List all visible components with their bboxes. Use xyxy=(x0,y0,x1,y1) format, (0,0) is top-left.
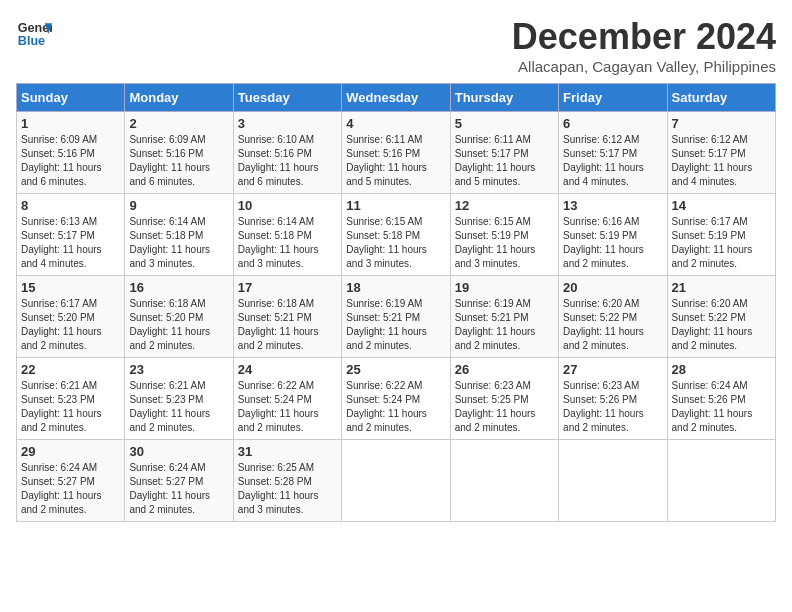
calendar-cell: 4Sunrise: 6:11 AMSunset: 5:16 PMDaylight… xyxy=(342,112,450,194)
day-info: Sunrise: 6:09 AMSunset: 5:16 PMDaylight:… xyxy=(21,133,120,189)
calendar-cell: 28Sunrise: 6:24 AMSunset: 5:26 PMDayligh… xyxy=(667,358,775,440)
day-number: 17 xyxy=(238,280,337,295)
day-number: 1 xyxy=(21,116,120,131)
calendar-cell: 27Sunrise: 6:23 AMSunset: 5:26 PMDayligh… xyxy=(559,358,667,440)
day-number: 4 xyxy=(346,116,445,131)
weekday-header-tuesday: Tuesday xyxy=(233,84,341,112)
day-number: 19 xyxy=(455,280,554,295)
day-number: 23 xyxy=(129,362,228,377)
day-number: 28 xyxy=(672,362,771,377)
day-info: Sunrise: 6:18 AMSunset: 5:20 PMDaylight:… xyxy=(129,297,228,353)
day-info: Sunrise: 6:22 AMSunset: 5:24 PMDaylight:… xyxy=(238,379,337,435)
calendar-cell: 9Sunrise: 6:14 AMSunset: 5:18 PMDaylight… xyxy=(125,194,233,276)
calendar-cell xyxy=(667,440,775,522)
day-info: Sunrise: 6:11 AMSunset: 5:17 PMDaylight:… xyxy=(455,133,554,189)
day-number: 8 xyxy=(21,198,120,213)
calendar-cell: 31Sunrise: 6:25 AMSunset: 5:28 PMDayligh… xyxy=(233,440,341,522)
calendar-week-row: 1Sunrise: 6:09 AMSunset: 5:16 PMDaylight… xyxy=(17,112,776,194)
logo: General Blue xyxy=(16,16,52,52)
day-number: 27 xyxy=(563,362,662,377)
day-info: Sunrise: 6:23 AMSunset: 5:25 PMDaylight:… xyxy=(455,379,554,435)
day-info: Sunrise: 6:12 AMSunset: 5:17 PMDaylight:… xyxy=(672,133,771,189)
day-info: Sunrise: 6:20 AMSunset: 5:22 PMDaylight:… xyxy=(563,297,662,353)
day-info: Sunrise: 6:14 AMSunset: 5:18 PMDaylight:… xyxy=(238,215,337,271)
calendar-cell: 8Sunrise: 6:13 AMSunset: 5:17 PMDaylight… xyxy=(17,194,125,276)
calendar-cell: 6Sunrise: 6:12 AMSunset: 5:17 PMDaylight… xyxy=(559,112,667,194)
day-info: Sunrise: 6:16 AMSunset: 5:19 PMDaylight:… xyxy=(563,215,662,271)
day-number: 31 xyxy=(238,444,337,459)
day-info: Sunrise: 6:24 AMSunset: 5:26 PMDaylight:… xyxy=(672,379,771,435)
calendar-cell: 24Sunrise: 6:22 AMSunset: 5:24 PMDayligh… xyxy=(233,358,341,440)
day-info: Sunrise: 6:09 AMSunset: 5:16 PMDaylight:… xyxy=(129,133,228,189)
header: General Blue December 2024 Allacapan, Ca… xyxy=(16,16,776,75)
svg-text:Blue: Blue xyxy=(18,34,45,48)
day-number: 13 xyxy=(563,198,662,213)
calendar-cell: 14Sunrise: 6:17 AMSunset: 5:19 PMDayligh… xyxy=(667,194,775,276)
weekday-header-thursday: Thursday xyxy=(450,84,558,112)
calendar-cell: 16Sunrise: 6:18 AMSunset: 5:20 PMDayligh… xyxy=(125,276,233,358)
day-number: 10 xyxy=(238,198,337,213)
calendar-cell: 25Sunrise: 6:22 AMSunset: 5:24 PMDayligh… xyxy=(342,358,450,440)
logo-icon: General Blue xyxy=(16,16,52,52)
calendar-cell: 23Sunrise: 6:21 AMSunset: 5:23 PMDayligh… xyxy=(125,358,233,440)
day-info: Sunrise: 6:15 AMSunset: 5:19 PMDaylight:… xyxy=(455,215,554,271)
calendar-cell: 19Sunrise: 6:19 AMSunset: 5:21 PMDayligh… xyxy=(450,276,558,358)
weekday-header-wednesday: Wednesday xyxy=(342,84,450,112)
day-number: 7 xyxy=(672,116,771,131)
day-number: 12 xyxy=(455,198,554,213)
calendar-body: 1Sunrise: 6:09 AMSunset: 5:16 PMDaylight… xyxy=(17,112,776,522)
day-info: Sunrise: 6:14 AMSunset: 5:18 PMDaylight:… xyxy=(129,215,228,271)
day-info: Sunrise: 6:17 AMSunset: 5:19 PMDaylight:… xyxy=(672,215,771,271)
calendar-week-row: 15Sunrise: 6:17 AMSunset: 5:20 PMDayligh… xyxy=(17,276,776,358)
day-info: Sunrise: 6:23 AMSunset: 5:26 PMDaylight:… xyxy=(563,379,662,435)
day-info: Sunrise: 6:15 AMSunset: 5:18 PMDaylight:… xyxy=(346,215,445,271)
day-info: Sunrise: 6:17 AMSunset: 5:20 PMDaylight:… xyxy=(21,297,120,353)
weekday-header-monday: Monday xyxy=(125,84,233,112)
day-number: 22 xyxy=(21,362,120,377)
calendar-week-row: 29Sunrise: 6:24 AMSunset: 5:27 PMDayligh… xyxy=(17,440,776,522)
calendar-cell: 7Sunrise: 6:12 AMSunset: 5:17 PMDaylight… xyxy=(667,112,775,194)
calendar-cell xyxy=(559,440,667,522)
day-number: 5 xyxy=(455,116,554,131)
day-info: Sunrise: 6:24 AMSunset: 5:27 PMDaylight:… xyxy=(129,461,228,517)
calendar-cell: 20Sunrise: 6:20 AMSunset: 5:22 PMDayligh… xyxy=(559,276,667,358)
day-number: 26 xyxy=(455,362,554,377)
calendar-cell: 12Sunrise: 6:15 AMSunset: 5:19 PMDayligh… xyxy=(450,194,558,276)
day-info: Sunrise: 6:25 AMSunset: 5:28 PMDaylight:… xyxy=(238,461,337,517)
day-number: 29 xyxy=(21,444,120,459)
day-number: 25 xyxy=(346,362,445,377)
calendar-cell: 11Sunrise: 6:15 AMSunset: 5:18 PMDayligh… xyxy=(342,194,450,276)
day-number: 3 xyxy=(238,116,337,131)
calendar-cell: 17Sunrise: 6:18 AMSunset: 5:21 PMDayligh… xyxy=(233,276,341,358)
day-info: Sunrise: 6:10 AMSunset: 5:16 PMDaylight:… xyxy=(238,133,337,189)
calendar-cell: 22Sunrise: 6:21 AMSunset: 5:23 PMDayligh… xyxy=(17,358,125,440)
calendar-cell: 3Sunrise: 6:10 AMSunset: 5:16 PMDaylight… xyxy=(233,112,341,194)
calendar-cell xyxy=(450,440,558,522)
calendar-cell: 1Sunrise: 6:09 AMSunset: 5:16 PMDaylight… xyxy=(17,112,125,194)
day-number: 24 xyxy=(238,362,337,377)
day-info: Sunrise: 6:18 AMSunset: 5:21 PMDaylight:… xyxy=(238,297,337,353)
calendar-cell: 21Sunrise: 6:20 AMSunset: 5:22 PMDayligh… xyxy=(667,276,775,358)
weekday-header-sunday: Sunday xyxy=(17,84,125,112)
calendar-cell: 30Sunrise: 6:24 AMSunset: 5:27 PMDayligh… xyxy=(125,440,233,522)
calendar-cell: 5Sunrise: 6:11 AMSunset: 5:17 PMDaylight… xyxy=(450,112,558,194)
title-area: December 2024 Allacapan, Cagayan Valley,… xyxy=(512,16,776,75)
calendar-cell: 26Sunrise: 6:23 AMSunset: 5:25 PMDayligh… xyxy=(450,358,558,440)
day-info: Sunrise: 6:21 AMSunset: 5:23 PMDaylight:… xyxy=(129,379,228,435)
calendar-week-row: 8Sunrise: 6:13 AMSunset: 5:17 PMDaylight… xyxy=(17,194,776,276)
day-number: 20 xyxy=(563,280,662,295)
weekday-header-row: SundayMondayTuesdayWednesdayThursdayFrid… xyxy=(17,84,776,112)
day-info: Sunrise: 6:12 AMSunset: 5:17 PMDaylight:… xyxy=(563,133,662,189)
calendar-table: SundayMondayTuesdayWednesdayThursdayFrid… xyxy=(16,83,776,522)
calendar-cell: 13Sunrise: 6:16 AMSunset: 5:19 PMDayligh… xyxy=(559,194,667,276)
weekday-header-saturday: Saturday xyxy=(667,84,775,112)
day-number: 21 xyxy=(672,280,771,295)
day-number: 16 xyxy=(129,280,228,295)
calendar-cell: 15Sunrise: 6:17 AMSunset: 5:20 PMDayligh… xyxy=(17,276,125,358)
calendar-cell: 2Sunrise: 6:09 AMSunset: 5:16 PMDaylight… xyxy=(125,112,233,194)
calendar-cell: 29Sunrise: 6:24 AMSunset: 5:27 PMDayligh… xyxy=(17,440,125,522)
day-number: 15 xyxy=(21,280,120,295)
day-number: 6 xyxy=(563,116,662,131)
day-number: 9 xyxy=(129,198,228,213)
calendar-cell: 18Sunrise: 6:19 AMSunset: 5:21 PMDayligh… xyxy=(342,276,450,358)
